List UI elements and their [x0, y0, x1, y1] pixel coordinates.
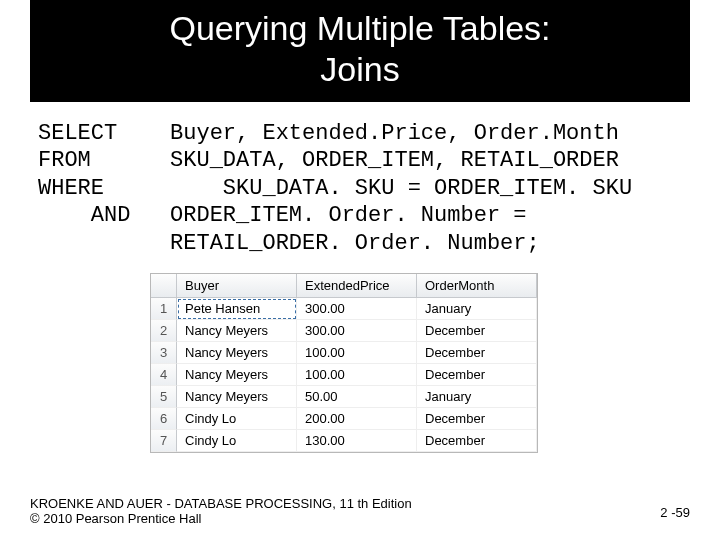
- cell-buyer: Pete Hansen: [177, 298, 297, 320]
- select-list: Buyer, Extended.Price, Order.Month: [170, 121, 619, 146]
- cell-order-month: December: [417, 408, 537, 430]
- cell-buyer: Cindy Lo: [177, 430, 297, 452]
- cell-order-month: December: [417, 364, 537, 386]
- and-cond1: ORDER_ITEM. Order. Number =: [170, 203, 526, 228]
- cell-extended-price: 50.00: [297, 386, 417, 408]
- kw-where: WHERE: [38, 176, 104, 201]
- table-corner: [151, 274, 177, 298]
- row-header: 3: [151, 342, 177, 364]
- column-header: Buyer: [177, 274, 297, 298]
- cell-order-month: January: [417, 298, 537, 320]
- footer-source: KROENKE AND AUER - DATABASE PROCESSING, …: [30, 496, 690, 511]
- cell-extended-price: 200.00: [297, 408, 417, 430]
- slide-footer: KROENKE AND AUER - DATABASE PROCESSING, …: [30, 496, 690, 526]
- cell-order-month: December: [417, 342, 537, 364]
- column-header: OrderMonth: [417, 274, 537, 298]
- row-header: 7: [151, 430, 177, 452]
- page-number: 2 -59: [660, 505, 690, 520]
- result-table: BuyerExtendedPriceOrderMonth1Pete Hansen…: [150, 273, 538, 453]
- and-cond2: RETAIL_ORDER. Order. Number;: [170, 231, 540, 256]
- title-line-2: Joins: [320, 50, 399, 88]
- cell-order-month: January: [417, 386, 537, 408]
- kw-and: AND: [91, 203, 131, 228]
- cell-order-month: December: [417, 430, 537, 452]
- cell-buyer: Nancy Meyers: [177, 320, 297, 342]
- footer-copyright: © 2010 Pearson Prentice Hall: [30, 511, 690, 526]
- cell-extended-price: 100.00: [297, 364, 417, 386]
- cell-extended-price: 130.00: [297, 430, 417, 452]
- cell-buyer: Nancy Meyers: [177, 342, 297, 364]
- row-header: 6: [151, 408, 177, 430]
- row-header: 5: [151, 386, 177, 408]
- cell-buyer: Cindy Lo: [177, 408, 297, 430]
- from-list: SKU_DATA, ORDER_ITEM, RETAIL_ORDER: [170, 148, 619, 173]
- cell-extended-price: 300.00: [297, 298, 417, 320]
- title-line-1: Querying Multiple Tables:: [169, 9, 550, 47]
- row-header: 2: [151, 320, 177, 342]
- cell-extended-price: 100.00: [297, 342, 417, 364]
- kw-from: FROM: [38, 148, 91, 173]
- cell-buyer: Nancy Meyers: [177, 364, 297, 386]
- row-header: 4: [151, 364, 177, 386]
- row-header: 1: [151, 298, 177, 320]
- slide-title: Querying Multiple Tables: Joins: [30, 0, 690, 102]
- sql-code-block: SELECT Buyer, Extended.Price, Order.Mont…: [38, 120, 682, 258]
- kw-select: SELECT: [38, 121, 117, 146]
- cell-buyer: Nancy Meyers: [177, 386, 297, 408]
- column-header: ExtendedPrice: [297, 274, 417, 298]
- cell-order-month: December: [417, 320, 537, 342]
- where-cond: SKU_DATA. SKU = ORDER_ITEM. SKU: [223, 176, 632, 201]
- cell-extended-price: 300.00: [297, 320, 417, 342]
